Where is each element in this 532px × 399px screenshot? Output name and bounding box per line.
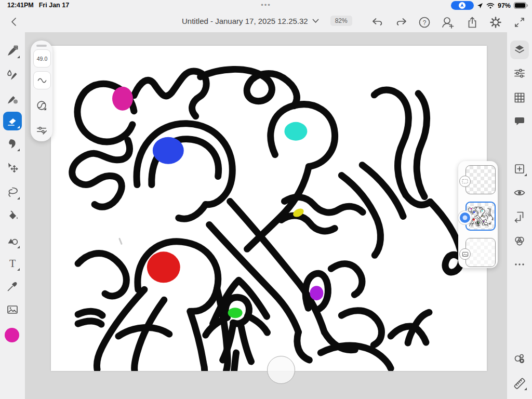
shapes-tool[interactable] bbox=[3, 232, 22, 250]
eyedropper-icon bbox=[6, 280, 19, 293]
text-tool-glyph: T bbox=[9, 258, 16, 269]
fullscreen-button[interactable] bbox=[512, 15, 527, 30]
sliders-icon bbox=[515, 69, 524, 77]
help-button[interactable]: ? bbox=[417, 15, 432, 30]
vector-brush-icon bbox=[6, 92, 19, 106]
ellipsis-icon bbox=[513, 258, 526, 271]
status-time: 12:41PM bbox=[7, 2, 34, 9]
layers-icon bbox=[513, 43, 526, 57]
document-title: Untitled - January 17, 2025 12.25.32 bbox=[182, 17, 308, 25]
brush-settings-icon bbox=[37, 127, 47, 134]
artboard[interactable] bbox=[51, 46, 487, 371]
layer-image-badge[interactable] bbox=[459, 248, 471, 260]
layer-select-badge[interactable] bbox=[459, 176, 471, 187]
touch-shortcut-button[interactable] bbox=[267, 356, 295, 384]
layer-visibility-button[interactable] bbox=[510, 183, 529, 202]
navigation-arrow-icon bbox=[459, 2, 466, 9]
brush-size-value: 49.0 bbox=[37, 56, 47, 62]
location-icon bbox=[477, 3, 483, 9]
document-header: Untitled - January 17, 2025 12.25.32 82%… bbox=[0, 11, 532, 32]
shapes-icon bbox=[6, 234, 19, 248]
location-pill bbox=[451, 1, 474, 10]
fill-bucket-icon bbox=[6, 210, 19, 223]
ruler-button[interactable] bbox=[510, 374, 529, 392]
fill-tool[interactable] bbox=[3, 207, 22, 226]
image-badge-icon bbox=[462, 252, 468, 256]
blend-icon bbox=[515, 237, 524, 245]
livestream-button[interactable] bbox=[510, 350, 529, 368]
multitask-dots[interactable]: ••• bbox=[261, 1, 271, 9]
layer-selected-badge[interactable] bbox=[458, 211, 472, 224]
status-date: Fri Jan 17 bbox=[39, 2, 69, 9]
add-layer-icon bbox=[515, 165, 524, 173]
layers-panel bbox=[458, 161, 498, 268]
invite-people-button[interactable] bbox=[440, 15, 456, 30]
brush-settings-button[interactable] bbox=[35, 123, 48, 137]
live-brush-icon bbox=[6, 69, 19, 82]
flow-dynamics-button[interactable] bbox=[35, 99, 48, 112]
eyedropper-tool[interactable] bbox=[3, 277, 22, 296]
add-layer-button[interactable] bbox=[510, 159, 529, 178]
battery-percent: 97% bbox=[498, 2, 511, 9]
layers-panel-button[interactable] bbox=[510, 41, 529, 59]
pixel-brush-icon bbox=[6, 44, 19, 58]
undo-button[interactable] bbox=[370, 15, 385, 30]
comment-button[interactable] bbox=[510, 112, 529, 130]
pixel-brush-tool[interactable] bbox=[3, 42, 22, 60]
move-icon bbox=[6, 161, 19, 175]
blend-modes-button[interactable] bbox=[510, 232, 529, 250]
more-options-button[interactable] bbox=[510, 255, 529, 274]
status-time-date: 12:41PMFri Jan 17 bbox=[7, 2, 74, 9]
place-image-tool[interactable] bbox=[3, 300, 22, 319]
svg-text:?: ? bbox=[423, 19, 427, 26]
vector-brush-tool[interactable] bbox=[3, 90, 22, 109]
eraser-icon bbox=[6, 114, 19, 128]
eye-icon bbox=[513, 186, 526, 200]
wifi-icon bbox=[486, 3, 495, 9]
lasso-icon bbox=[9, 188, 17, 197]
wave-icon bbox=[38, 78, 46, 83]
title-chevron-down-icon[interactable] bbox=[312, 19, 319, 23]
grid-view-button[interactable] bbox=[510, 88, 529, 107]
active-color bbox=[5, 328, 19, 342]
battery-icon bbox=[514, 2, 528, 9]
grid-icon bbox=[515, 94, 524, 102]
ruler-icon bbox=[514, 378, 525, 389]
smudge-tool[interactable] bbox=[3, 135, 22, 153]
move-tool[interactable] bbox=[3, 158, 22, 177]
adjustments-button[interactable] bbox=[510, 64, 529, 83]
brush-size-field[interactable]: 49.0 bbox=[33, 49, 51, 68]
eraser-tool[interactable] bbox=[3, 112, 22, 130]
smoothing-button[interactable] bbox=[33, 71, 51, 89]
clip-mask-button[interactable] bbox=[510, 207, 529, 226]
image-icon bbox=[8, 306, 17, 313]
share-button[interactable] bbox=[464, 15, 480, 30]
lasso-tool[interactable] bbox=[3, 183, 22, 202]
canvas-drawing[interactable] bbox=[51, 46, 487, 371]
back-button[interactable] bbox=[6, 15, 21, 29]
smudge-icon bbox=[6, 137, 19, 151]
livestream-icon bbox=[513, 352, 526, 366]
color-swatch[interactable] bbox=[4, 327, 20, 343]
text-tool[interactable]: T bbox=[3, 254, 22, 273]
zoom-level-badge[interactable]: 82% bbox=[330, 16, 352, 26]
brush-options-panel[interactable]: 49.0 bbox=[31, 41, 52, 141]
settings-button[interactable] bbox=[488, 15, 503, 30]
comment-icon bbox=[513, 114, 526, 128]
status-bar: 12:41PMFri Jan 17 ••• 97% bbox=[0, 0, 532, 11]
flow-circle-icon bbox=[37, 101, 46, 110]
marquee-icon bbox=[462, 179, 468, 183]
redo-button[interactable] bbox=[393, 15, 409, 30]
live-brush-tool[interactable] bbox=[3, 66, 22, 85]
adobe-fresco-app: 12:41PMFri Jan 17 ••• 97% bbox=[0, 0, 532, 399]
clip-mask-icon bbox=[515, 212, 523, 223]
panel-drag-handle[interactable] bbox=[36, 45, 47, 47]
